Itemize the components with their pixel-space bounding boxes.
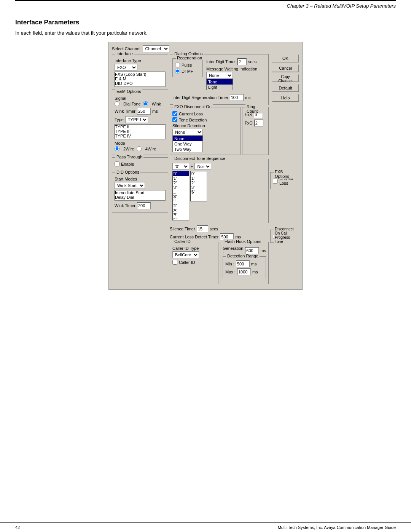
select-channel-label: Select Channel (112, 46, 140, 51)
max-input[interactable] (237, 268, 251, 275)
max-unit: ms (252, 270, 258, 274)
silence-options-overlay: None One Way Two Way (172, 136, 203, 152)
pass-through-enable-row: Enable (115, 161, 166, 166)
tone-seq-listbox1[interactable]: '0' '1' '2' '3' ... '$' ',' '#' 'A' 'B (172, 171, 189, 220)
inter-digit-regen-input[interactable] (230, 94, 244, 101)
start-modes-label-row: Start Modes (115, 177, 166, 181)
current-loss-checkbox[interactable] (172, 111, 177, 116)
type-row: Type TYPE I (115, 116, 166, 123)
wink-timer-input[interactable] (137, 108, 151, 115)
pass-through-enable-checkbox[interactable] (115, 161, 119, 166)
message-waiting-area: Message Waiting Indication None Tone Lig… (206, 67, 257, 79)
min-label: Min : (225, 262, 234, 266)
start-modes-dropdown[interactable]: Wink Start (115, 182, 145, 189)
fxo-ring-input[interactable] (254, 120, 263, 126)
tone-detection-row: Tone Detection (172, 117, 238, 122)
fxs-current-loss-checkbox[interactable] (273, 179, 278, 184)
did-wink-timer-label: Wink Timer (115, 203, 135, 208)
interface-type-dropdown[interactable]: FXO (115, 64, 137, 71)
page-container: Chapter 3 – Related MultiVOIP Setup Para… (0, 0, 411, 532)
light-option[interactable]: Light (207, 85, 233, 90)
interface-group-content: Interface Type FXO FXS (Loop Start) E & … (115, 58, 166, 87)
interface-type-label: Interface Type (115, 58, 141, 63)
help-button[interactable]: Help (272, 94, 299, 102)
wink-timer-unit: ms (152, 109, 158, 113)
plus-label: + (191, 164, 193, 169)
silence-detection-label: Silence Detection (172, 123, 205, 128)
dialog-main-layout: Interface Interface Type FXO (112, 54, 299, 286)
generation-unit: ms (260, 248, 266, 253)
buttons-area: OK Cancel Copy Channel Default Help (272, 54, 299, 104)
wink-timer-row: Wink Timer ms (115, 108, 166, 115)
inter-digit-timer-unit: secs (248, 59, 257, 64)
tone-seq-dropdown2[interactable]: None (194, 163, 211, 170)
intro-text: In each field, enter the values that fit… (15, 30, 396, 36)
interface-type-select-row: FXO (115, 64, 166, 71)
regeneration-group: Regeneration Pulse DTMF (172, 58, 203, 77)
dial-tone-radio[interactable] (115, 101, 119, 106)
message-waiting-dropdown[interactable]: None Tone Light (206, 72, 233, 79)
caller-id-label: Caller ID (179, 260, 195, 265)
two-way-option[interactable]: Two Way (173, 147, 202, 152)
regeneration-title: Regeneration (176, 56, 203, 60)
4wire-label: 4Wire (145, 147, 156, 151)
inter-digit-timer-input[interactable] (237, 58, 247, 65)
fxo-disconnect-group: FXO Disconnect On Current Loss Tone Dete… (170, 107, 241, 155)
interface-type-listbox[interactable]: FXS (Loop Start) E & M DID-DPO (115, 72, 166, 87)
signal-label-row: Signal (115, 96, 166, 101)
tone-detection-checkbox[interactable] (172, 117, 177, 122)
tone-seq-dropdown1[interactable]: '0' (172, 163, 189, 170)
2wire-radio[interactable] (115, 146, 119, 151)
silence-timer-unit: secs (210, 227, 218, 231)
inter-digit-regen-label: Inter Digit Regeneration Timer (172, 95, 228, 100)
did-wink-timer-input[interactable] (137, 202, 151, 209)
caller-id-checkbox[interactable] (172, 260, 177, 265)
current-loss-row: Current Loss (172, 111, 238, 116)
select-channel-dropdown[interactable]: Channel 1 (143, 45, 169, 52)
one-way-option[interactable]: One Way (173, 141, 202, 147)
pass-through-title: Pass Through (115, 155, 143, 159)
wink-radio[interactable] (143, 101, 148, 106)
4wire-radio[interactable] (137, 146, 142, 151)
dialing-options-content: Regeneration Pulse DTMF (172, 58, 266, 101)
tone-seq-listbox2[interactable]: '0' '1' '2' '3' '$' (190, 171, 207, 201)
right-column: OK Cancel Copy Channel Default Help FXS … (270, 54, 299, 286)
silence-detection-dropdown[interactable]: None (172, 129, 203, 136)
fxs-options-group: FXS Options Current Loss (270, 172, 299, 189)
type-dropdown[interactable]: TYPE I (125, 116, 148, 123)
pulse-label: Pulse (182, 63, 192, 67)
message-waiting-overlay: Tone Light (206, 79, 233, 90)
max-row: Max : ms (225, 268, 263, 275)
caller-id-type-label-row: Caller ID Type (172, 246, 216, 251)
default-button[interactable]: Default (272, 84, 299, 92)
caller-id-type-dropdown[interactable]: BellCore (172, 251, 199, 258)
fxo-ring-label: FxO (245, 121, 253, 125)
dtmf-radio[interactable] (175, 69, 180, 73)
middle-column: Dialing Options Regeneration Pulse (170, 54, 269, 286)
em-options-group: E&M Options Signal Dial Tone Wink (112, 92, 168, 155)
content-area: Interface Parameters In each field, ente… (0, 11, 411, 313)
tone-option[interactable]: Tone (207, 79, 233, 85)
em-options-content: Signal Dial Tone Wink Wink Timer (115, 96, 166, 151)
wink-timer-label: Wink Timer (115, 109, 135, 113)
mode-section: Mode 2Wire 4Wire (115, 141, 166, 151)
type-listbox[interactable]: TYPE II TYPE III TYPE IV TYPE V (115, 124, 166, 139)
detection-range-content: Min : ms Max : ms (225, 260, 263, 275)
disconnect-call-group: Disconnect On Call Progress Tone Enable (270, 230, 299, 243)
timer-mw-area: Inter Digit Timer secs Message Waiting I… (206, 58, 257, 79)
min-input[interactable] (236, 260, 250, 267)
wink-label: Wink (152, 102, 161, 106)
cancel-button[interactable]: Cancel (272, 64, 299, 72)
mode-label-row: Mode (115, 141, 166, 145)
generation-input[interactable] (245, 247, 259, 254)
start-modes-listbox[interactable]: Immediate Start Delay Dial (115, 190, 166, 201)
copy-channel-button[interactable]: Copy Channel (272, 74, 299, 82)
footer-text: Multi-Tech Systems, Inc. Avaya Communica… (278, 525, 396, 530)
none-silence-option[interactable]: None (173, 136, 202, 141)
caller-id-type-label: Caller ID Type (172, 246, 199, 251)
fxo-disconnect-ring-row: FXO Disconnect On Current Loss Tone Dete… (170, 107, 269, 157)
ok-button[interactable]: OK (272, 54, 299, 62)
pulse-radio[interactable] (175, 62, 180, 67)
silence-timer-input[interactable] (197, 225, 208, 232)
start-modes-label: Start Modes (115, 177, 137, 181)
